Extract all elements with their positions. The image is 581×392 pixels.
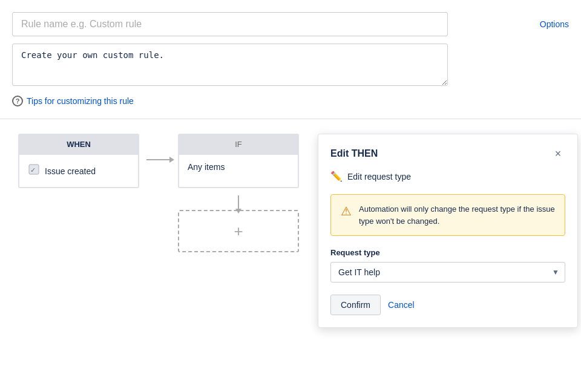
edit-request-type-row: ✏️ Edit request type <box>330 171 565 185</box>
if-block: IF Any items + <box>178 134 299 252</box>
pencil-icon: ✏️ <box>330 171 343 182</box>
if-header: IF <box>178 134 299 155</box>
section-divider <box>0 119 581 119</box>
svg-text:✓: ✓ <box>30 166 36 174</box>
rule-name-input[interactable] <box>12 12 448 36</box>
if-add-section: + <box>178 195 299 252</box>
edit-then-panel: Edit THEN × ✏️ Edit request type ⚠ Autom… <box>318 134 578 328</box>
flow-section: WHEN ✓ Issue created <box>12 134 569 252</box>
confirm-button[interactable]: Confirm <box>330 295 381 315</box>
when-header: WHEN <box>18 134 139 155</box>
issue-icon: ✓ <box>28 163 40 178</box>
warning-icon: ⚠ <box>341 204 352 218</box>
warning-box: ⚠ Automation will only change the reques… <box>330 194 565 236</box>
when-block: WHEN ✓ Issue created <box>18 134 139 188</box>
warning-text: Automation will only change the request … <box>359 203 555 227</box>
panel-close-button[interactable]: × <box>551 146 565 161</box>
tips-row: ? Tips for customizing this rule <box>12 96 569 106</box>
add-block[interactable]: + <box>178 210 299 252</box>
description-textarea[interactable]: Create your own custom rule. <box>12 44 448 86</box>
edit-request-label: Edit request type <box>347 172 411 181</box>
down-arrow <box>238 195 239 210</box>
when-body[interactable]: ✓ Issue created <box>18 155 139 188</box>
request-type-select[interactable]: Get IT help Service request Incident Pro… <box>330 262 565 283</box>
cancel-button[interactable]: Cancel <box>388 300 415 310</box>
add-icon: + <box>234 222 243 241</box>
panel-actions: Confirm Cancel <box>330 295 565 315</box>
panel-header: Edit THEN × <box>330 146 565 161</box>
when-item-label: Issue created <box>45 166 96 176</box>
panel-title: Edit THEN <box>330 148 378 159</box>
if-body[interactable]: Any items <box>178 155 299 188</box>
if-item-label: Any items <box>188 162 225 172</box>
flow-arrow-1 <box>139 159 178 160</box>
tips-link[interactable]: Tips for customizing this rule <box>27 96 134 106</box>
options-link[interactable]: Options <box>540 12 569 29</box>
request-type-field-label: Request type <box>330 248 565 257</box>
help-icon: ? <box>12 96 23 106</box>
request-type-select-wrapper: Get IT help Service request Incident Pro… <box>330 262 565 283</box>
